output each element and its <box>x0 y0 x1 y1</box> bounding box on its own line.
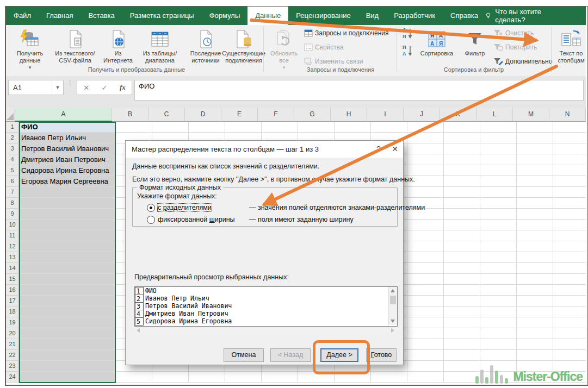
dialog-title-bar[interactable]: Мастер распределения текста по столбцам … <box>126 141 403 158</box>
cell-C24[interactable] <box>152 372 189 383</box>
cell-A10[interactable] <box>19 220 116 230</box>
delimited-radio-icon[interactable] <box>147 204 155 212</box>
cell-M3[interactable] <box>517 143 553 154</box>
scroll-right-icon[interactable] <box>391 328 394 333</box>
cell-A4[interactable]: Дмитриев Иван Петрович <box>19 154 116 165</box>
scroll-thumb[interactable] <box>390 296 396 304</box>
cell-L14[interactable] <box>480 263 517 274</box>
cell-M13[interactable] <box>517 252 553 263</box>
cell-K13[interactable] <box>444 252 480 263</box>
cell-J5[interactable] <box>407 165 444 176</box>
row-header-11[interactable]: 11 <box>6 230 19 241</box>
select-all-button[interactable] <box>6 108 15 122</box>
cell-F1[interactable] <box>262 122 298 133</box>
reapply-filter-item[interactable]: Повторить <box>493 41 537 53</box>
scroll-left-icon[interactable] <box>137 328 140 333</box>
cancel-button[interactable]: Отмена <box>224 348 264 362</box>
cell-A5[interactable]: Сидорова Ирина Егоровна <box>19 165 116 176</box>
cell-N17[interactable] <box>553 296 586 306</box>
advanced-filter-item[interactable]: Дополнительно <box>493 55 552 67</box>
cell-N3[interactable] <box>553 143 586 154</box>
cell-N12[interactable] <box>553 241 586 252</box>
cell-M2[interactable] <box>517 133 553 143</box>
cell-M5[interactable] <box>517 165 553 176</box>
cell-K14[interactable] <box>444 263 480 274</box>
column-header-H[interactable]: H <box>331 108 367 122</box>
cell-A22[interactable] <box>19 350 116 361</box>
cell-N5[interactable] <box>553 165 586 176</box>
cell-A17[interactable] <box>19 296 116 306</box>
cell-A1[interactable]: ФИО <box>19 122 116 133</box>
row-header-5[interactable]: 5 <box>6 165 19 176</box>
cell-M16[interactable] <box>517 285 553 296</box>
cell-L1[interactable] <box>480 122 517 133</box>
cell-J4[interactable] <box>407 154 444 165</box>
sort-descending-button[interactable]: Я А <box>401 45 413 57</box>
cell-D24[interactable] <box>189 372 225 383</box>
cell-L13[interactable] <box>480 252 517 263</box>
preview-vertical-scrollbar[interactable] <box>388 287 397 325</box>
tab-Справка[interactable]: Справка <box>443 7 486 25</box>
cell-A20[interactable] <box>19 328 116 339</box>
cell-M8[interactable] <box>517 198 553 209</box>
cell-J22[interactable] <box>407 350 444 361</box>
cell-M19[interactable] <box>517 317 553 328</box>
row-header-6[interactable]: 6 <box>6 176 19 187</box>
row-header-24[interactable]: 24 <box>6 372 19 383</box>
cell-N20[interactable] <box>553 328 586 339</box>
cell-A15[interactable] <box>19 274 116 285</box>
cell-K2[interactable] <box>444 133 480 143</box>
get-data-button[interactable]: Получить данные ▼ <box>10 26 49 74</box>
row-header-8[interactable]: 8 <box>6 198 19 209</box>
cell-J10[interactable] <box>407 220 444 230</box>
cell-K22[interactable] <box>444 350 480 361</box>
cell-A24[interactable] <box>19 372 116 383</box>
cell-L3[interactable] <box>480 143 517 154</box>
cell-B1[interactable] <box>116 122 152 133</box>
cell-J18[interactable] <box>407 306 444 317</box>
cell-L6[interactable] <box>480 176 517 187</box>
cell-J3[interactable] <box>407 143 444 154</box>
cell-A16[interactable] <box>19 285 116 296</box>
cell-K5[interactable] <box>444 165 480 176</box>
column-header-L[interactable]: L <box>476 108 513 122</box>
cell-A21[interactable] <box>19 339 116 350</box>
cell-A11[interactable] <box>19 230 116 241</box>
row-header-14[interactable]: 14 <box>6 263 19 274</box>
column-header-M[interactable]: M <box>513 108 549 122</box>
cell-A19[interactable] <box>19 317 116 328</box>
cell-M21[interactable] <box>517 339 553 350</box>
cancel-entry-icon[interactable]: ✕ <box>83 84 89 92</box>
cell-L12[interactable] <box>480 241 517 252</box>
cell-N18[interactable] <box>553 306 586 317</box>
cell-M4[interactable] <box>517 154 553 165</box>
formula-input[interactable]: ФИО <box>134 80 584 101</box>
tell-me-search[interactable]: Что вы хотите сделать? <box>486 7 586 25</box>
row-header-19[interactable]: 19 <box>6 317 19 328</box>
cell-H24[interactable] <box>335 372 371 383</box>
preview-horizontal-scrollbar[interactable] <box>134 327 397 334</box>
cell-L4[interactable] <box>480 154 517 165</box>
cell-K23[interactable] <box>444 361 480 372</box>
cell-K10[interactable] <box>444 220 480 230</box>
cell-L20[interactable] <box>480 328 517 339</box>
cell-K24[interactable] <box>444 372 480 383</box>
finish-button[interactable]: Готово <box>366 348 397 362</box>
cell-A12[interactable] <box>19 241 116 252</box>
cell-L19[interactable] <box>480 317 517 328</box>
row-header-12[interactable]: 12 <box>6 241 19 252</box>
tab-Рецензирование[interactable]: Рецензирование <box>288 7 358 25</box>
cell-J14[interactable] <box>407 263 444 274</box>
row-header-10[interactable]: 10 <box>6 220 19 230</box>
cell-L10[interactable] <box>480 220 517 230</box>
fixed-width-radio-icon[interactable] <box>147 216 155 224</box>
cell-B24[interactable] <box>116 372 152 383</box>
cell-J15[interactable] <box>407 274 444 285</box>
cell-L8[interactable] <box>480 198 517 209</box>
cell-G1[interactable] <box>298 122 335 133</box>
cell-K15[interactable] <box>444 274 480 285</box>
column-header-F[interactable]: F <box>258 108 294 122</box>
cell-F24[interactable] <box>262 372 298 383</box>
existing-connections-button[interactable]: Существующие подключения <box>227 26 261 74</box>
tab-Формулы[interactable]: Формулы <box>202 7 248 25</box>
